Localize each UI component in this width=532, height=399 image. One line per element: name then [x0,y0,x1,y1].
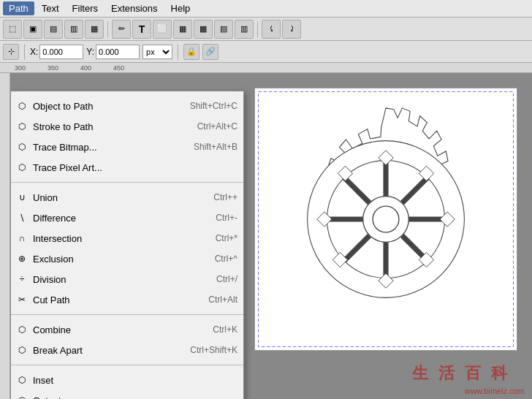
stroke-to-path-shortcut: Ctrl+Alt+C [197,121,238,132]
menu-item-division[interactable]: ÷ Division Ctrl+/ [11,269,243,289]
x-label: X: [30,47,38,57]
menu-extensions[interactable]: Extensions [105,1,164,15]
object-to-path-icon: ⬡ [15,99,28,113]
menu-item-stroke-to-path[interactable]: ⬡ Stroke to Path Ctrl+Alt+C [11,116,243,137]
intersection-icon: ∩ [15,232,28,245]
y-label: Y: [86,47,94,57]
gear-svg [255,88,517,350]
x-coord-field: X: [30,45,83,59]
break-apart-label: Break Apart [33,345,175,356]
combine-icon: ⬡ [15,323,28,336]
object-to-path-shortcut: Shift+Ctrl+C [190,101,238,111]
unit-select[interactable]: px mm cm in [142,45,172,59]
toolbar-btn-2[interactable]: ▣ [23,20,42,39]
union-shortcut: Ctrl++ [213,192,238,202]
y-coord-field: Y: [86,45,140,59]
snap-btn[interactable]: ⊹ [3,44,19,60]
menu-item-difference[interactable]: ∖ Difference Ctrl+- [11,208,243,228]
exclusion-icon: ⊕ [15,252,28,265]
union-icon: ∪ [15,191,28,204]
menu-item-cut-path[interactable]: ✂ Cut Path Ctrl+Alt [11,289,243,310]
toolbar-btn-11[interactable]: ▤ [214,20,233,39]
toolbar-sep-2 [257,21,258,37]
division-label: Division [33,274,202,285]
menu-bar: Path Text Filters Extensions Help [0,0,532,18]
menu-item-exclusion[interactable]: ⊕ Exclusion Ctrl+^ [11,248,243,269]
sep-3 [11,365,243,365]
menu-item-outset[interactable]: ⬡ Outset [11,390,243,399]
object-to-path-label: Object to Path [33,101,175,112]
menu-section-2: ∪ Union Ctrl++ ∖ Difference Ctrl+- ∩ Int… [11,186,243,311]
horizontal-ruler: 300 350 400 450 [0,63,532,73]
toolbar-btn-10[interactable]: ▩ [194,20,213,39]
watermark-url: www.bimeiz.com [465,387,525,395]
toolbar-btn-3[interactable]: ▤ [44,20,63,39]
inset-label: Inset [33,375,223,386]
main-toolbar: ⬚ ▣ ▤ ▥ ▦ ✏ T ⬜ ▦ ▩ ▤ ▥ ⤹ ⤸ [0,18,532,41]
ruler-mark-400: 400 [80,64,91,72]
toolbar-btn-6[interactable]: ✏ [112,20,131,39]
gear-image [254,88,517,351]
cut-path-label: Cut Path [33,294,194,305]
intersection-label: Intersection [33,233,201,244]
menu-item-union[interactable]: ∪ Union Ctrl++ [11,187,243,208]
difference-label: Difference [33,213,201,224]
trace-pixel-icon: ⬡ [15,161,28,174]
intersection-shortcut: Ctrl+* [216,233,238,243]
menu-text[interactable]: Text [36,1,65,15]
canvas[interactable]: 生 活 百 科 www.bimeiz.com ⬡ Object to Path … [10,73,532,399]
menu-item-break-apart[interactable]: ⬡ Break Apart Ctrl+Shift+K [11,340,243,360]
menu-section-4: ⬡ Inset ⬡ Outset ⬡ Dynamic... ⬡ Linked..… [11,368,243,399]
toolbar-btn-1[interactable]: ⬚ [3,20,22,39]
exclusion-shortcut: Ctrl+^ [215,254,238,264]
toolbar-btn-8[interactable]: ⬜ [153,20,172,39]
menu-path[interactable]: Path [3,1,34,15]
svg-point-11 [363,197,409,243]
sep-1 [11,182,243,183]
outset-icon: ⬡ [15,394,28,399]
stroke-to-path-icon: ⬡ [15,120,28,133]
menu-section-1: ⬡ Object to Path Shift+Ctrl+C ⬡ Stroke t… [11,94,243,179]
menu-section-3: ⬡ Combine Ctrl+K ⬡ Break Apart Ctrl+Shif… [11,318,243,362]
menu-item-trace-bitmap[interactable]: ⬡ Trace Bitmap... Shift+Alt+B [11,137,243,157]
toolbar-btn-9[interactable]: ▦ [173,20,192,39]
menu-item-inset[interactable]: ⬡ Inset [11,370,243,390]
difference-icon: ∖ [15,211,28,224]
toolbar-btn-5[interactable]: ▦ [85,20,104,39]
menu-item-intersection[interactable]: ∩ Intersection Ctrl+* [11,228,243,248]
menu-item-combine[interactable]: ⬡ Combine Ctrl+K [11,319,243,340]
trace-bitmap-icon: ⬡ [15,140,28,153]
inset-icon: ⬡ [15,373,28,387]
menu-item-trace-pixel[interactable]: ⬡ Trace Pixel Art... [11,157,243,178]
union-label: Union [33,192,199,203]
main-area: 生 活 百 科 www.bimeiz.com ⬡ Object to Path … [0,73,532,399]
x-input[interactable] [39,45,83,59]
menu-help[interactable]: Help [165,1,197,15]
toolbar-btn-4[interactable]: ▥ [64,20,83,39]
coord-sep-1 [24,44,25,60]
ruler-mark-350: 350 [48,64,58,72]
menu-filters[interactable]: Filters [66,1,104,15]
toolbar-sep-1 [107,21,108,37]
toolbar-btn-13[interactable]: ⤹ [262,20,281,39]
cut-path-shortcut: Ctrl+Alt [208,294,238,305]
toolbar-btn-7[interactable]: T [132,20,151,39]
break-apart-shortcut: Ctrl+Shift+K [190,345,238,355]
watermark-text: 生 活 百 科 [412,362,510,384]
cut-path-icon: ✂ [15,293,28,306]
y-input[interactable] [96,45,140,59]
break-apart-icon: ⬡ [15,343,28,357]
link-btn[interactable]: 🔗 [202,44,218,60]
coord-sep-2 [178,44,178,60]
difference-shortcut: Ctrl+- [216,213,238,223]
lock-btn[interactable]: 🔒 [183,44,200,60]
outset-label: Outset [33,395,223,400]
toolbar-btn-12[interactable]: ▥ [235,20,254,39]
ruler-mark-300: 300 [15,64,26,72]
ruler-mark-450: 450 [113,64,124,72]
toolbar-btn-14[interactable]: ⤸ [282,20,301,39]
combine-label: Combine [33,324,198,335]
menu-item-object-to-path[interactable]: ⬡ Object to Path Shift+Ctrl+C [11,96,243,116]
exclusion-label: Exclusion [33,254,200,265]
division-icon: ÷ [15,273,28,286]
